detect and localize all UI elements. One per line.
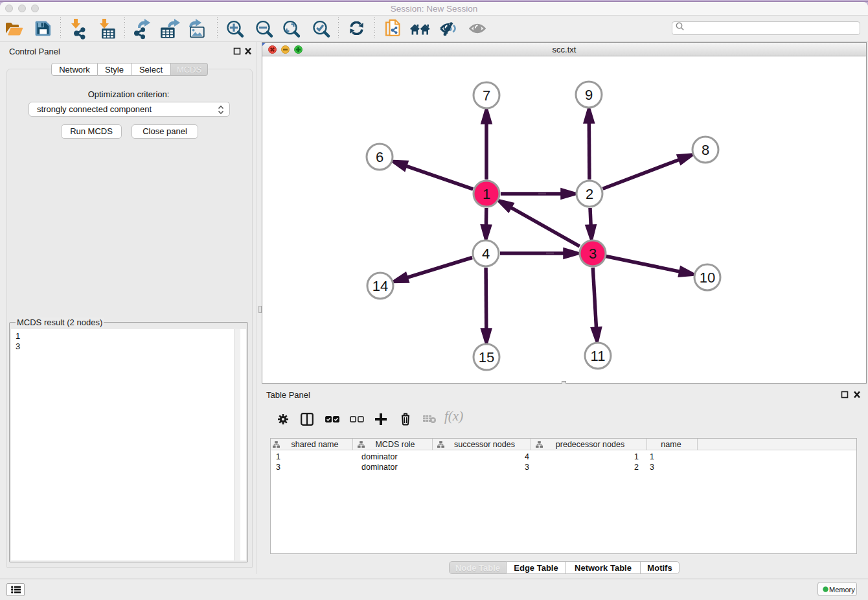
svg-text:f(x): f(x): [444, 410, 463, 424]
svg-text:1: 1: [483, 186, 490, 202]
svg-text:6: 6: [376, 149, 383, 165]
svg-text:7: 7: [483, 87, 490, 104]
svg-text:2: 2: [586, 186, 593, 202]
svg-text:8: 8: [702, 142, 709, 158]
svg-text:4: 4: [482, 246, 490, 262]
svg-text:11: 11: [591, 348, 606, 364]
svg-text:3: 3: [589, 246, 597, 262]
svg-text:9: 9: [585, 87, 593, 103]
svg-text:15: 15: [479, 349, 494, 365]
svg-text:14: 14: [372, 278, 388, 294]
svg-text:10: 10: [700, 270, 715, 286]
